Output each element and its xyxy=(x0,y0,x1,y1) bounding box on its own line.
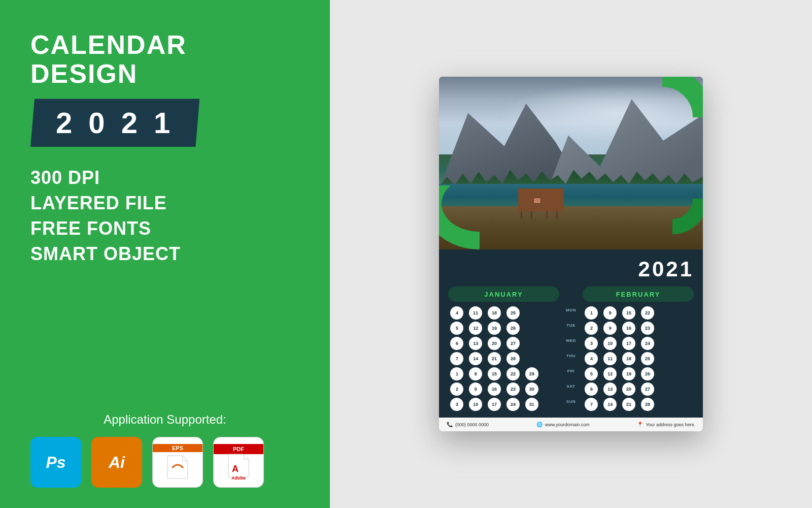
photo-section xyxy=(439,77,703,249)
jan-empty xyxy=(544,352,557,365)
jan-day: 19 xyxy=(488,322,501,335)
year-badge-text: 2 0 2 1 xyxy=(56,106,174,139)
calendar-year: 2021 xyxy=(448,257,694,281)
pdf-icon: PDF A Adobe xyxy=(213,437,264,488)
feb-day: 15 xyxy=(622,306,635,320)
phone-icon: 📞 xyxy=(447,422,453,427)
footer-address-text: Your address goes here. xyxy=(646,422,695,427)
feb-day: 18 xyxy=(622,352,635,365)
calendar-body: 2021 JANUARY 4 11 18 25 xyxy=(439,249,703,418)
jan-row-4: 7 14 21 28 xyxy=(448,352,559,366)
feb-empty xyxy=(679,322,692,335)
svg-text:A: A xyxy=(232,464,239,474)
jan-empty xyxy=(525,337,538,350)
feb-empty xyxy=(660,322,673,335)
footer-phone: 📞 (000) 0000 0000 xyxy=(447,422,489,427)
feb-day: 24 xyxy=(641,337,654,350)
jan-day: 21 xyxy=(488,352,501,365)
jan-day: 15 xyxy=(488,367,501,380)
feature-4: SMART OBJECT xyxy=(30,243,299,265)
jan-row-7: 3 10 17 24 31 xyxy=(448,397,559,411)
feature-1: 300 DPI xyxy=(30,167,299,188)
feb-empty xyxy=(660,398,673,411)
ai-icon: Ai xyxy=(91,437,142,488)
jan-day: 30 xyxy=(525,383,538,396)
year-badge: 2 0 2 1 xyxy=(30,99,199,147)
right-panel: 2021 JANUARY 4 11 18 25 xyxy=(330,0,812,508)
jan-day: 5 xyxy=(450,322,463,335)
feb-empty xyxy=(679,383,692,396)
app-icons-row: Ps Ai EPS PDF xyxy=(30,437,299,488)
february-header: FEBRUARY xyxy=(583,287,694,302)
jan-empty xyxy=(544,398,557,411)
feb-day: 23 xyxy=(641,322,654,335)
feb-empty xyxy=(660,352,673,365)
feb-day: 27 xyxy=(641,383,654,396)
day-label-mon: MON xyxy=(561,303,581,317)
jan-row-6: 2 9 16 23 30 xyxy=(448,382,559,396)
jan-day: 1 xyxy=(450,367,463,380)
day-label-sun: SUN xyxy=(561,394,581,408)
apps-section: Application Supported: Ps Ai EPS xyxy=(30,412,299,488)
feb-day: 4 xyxy=(585,352,598,365)
jan-day: 23 xyxy=(506,383,520,396)
feb-day: 26 xyxy=(641,367,654,380)
jan-day: 9 xyxy=(469,383,482,396)
jan-empty xyxy=(544,337,557,350)
jan-row-1: 4 11 18 25 xyxy=(448,306,559,320)
feb-row-1: 1 8 15 22 xyxy=(583,306,694,320)
feb-day: 1 xyxy=(585,306,598,320)
feb-row-2: 2 9 16 23 xyxy=(583,321,694,335)
feb-empty xyxy=(660,383,673,396)
jan-day: 7 xyxy=(450,352,463,365)
jan-day: 4 xyxy=(450,306,463,320)
jan-day: 31 xyxy=(525,398,538,411)
feb-day: 11 xyxy=(603,352,617,365)
feb-day: 14 xyxy=(603,398,617,411)
feb-day: 10 xyxy=(603,337,617,350)
feb-empty xyxy=(660,337,673,350)
january-header: JANUARY xyxy=(448,287,559,302)
day-label-wed: WED xyxy=(561,333,581,347)
calendar-card: 2021 JANUARY 4 11 18 25 xyxy=(439,77,703,431)
feb-row-5: 5 12 19 26 xyxy=(583,367,694,381)
jan-day: 18 xyxy=(488,306,501,320)
eps-icon: EPS xyxy=(152,437,203,488)
feature-2: LAYERED FILE xyxy=(30,193,299,214)
feb-day: 5 xyxy=(585,367,598,380)
feb-day: 8 xyxy=(603,306,617,320)
february-name: FEBRUARY xyxy=(616,291,661,298)
jan-day: 12 xyxy=(469,322,482,335)
january-name: JANUARY xyxy=(484,291,523,298)
jan-day: 11 xyxy=(469,306,482,320)
jan-day: 16 xyxy=(488,383,501,396)
web-icon: 🌐 xyxy=(536,422,543,427)
feb-day: 20 xyxy=(622,383,635,396)
feb-day: 19 xyxy=(622,367,635,380)
jan-day: 20 xyxy=(488,337,501,350)
feb-empty xyxy=(679,337,692,350)
feb-row-7: 7 14 21 28 xyxy=(583,397,694,411)
jan-day: 8 xyxy=(469,367,482,380)
jan-day: 6 xyxy=(450,337,463,350)
footer-address: 📍 Your address goes here. xyxy=(637,422,695,427)
feb-empty xyxy=(660,306,673,320)
jan-empty xyxy=(525,352,538,365)
feb-day: 22 xyxy=(641,306,654,320)
january-grid: 4 11 18 25 5 12 19 26 xyxy=(448,306,559,411)
jan-empty xyxy=(544,306,557,320)
feb-day: 12 xyxy=(603,367,617,380)
jan-row-5: 1 8 15 22 29 xyxy=(448,367,559,381)
jan-day: 24 xyxy=(506,398,520,411)
feb-day: 28 xyxy=(641,398,654,411)
jan-day: 27 xyxy=(506,337,520,350)
jan-day: 29 xyxy=(525,367,538,380)
footer-website: 🌐 www.yourdomain.com xyxy=(536,422,590,427)
jan-row-2: 5 12 19 26 xyxy=(448,321,559,335)
location-icon: 📍 xyxy=(637,422,643,427)
jan-day: 28 xyxy=(506,352,520,365)
feb-day: 2 xyxy=(585,322,598,335)
calendar-footer: 📞 (000) 0000 0000 🌐 www.yourdomain.com 📍… xyxy=(439,418,703,431)
feb-empty xyxy=(679,367,692,380)
feb-row-6: 6 13 20 27 xyxy=(583,382,694,396)
